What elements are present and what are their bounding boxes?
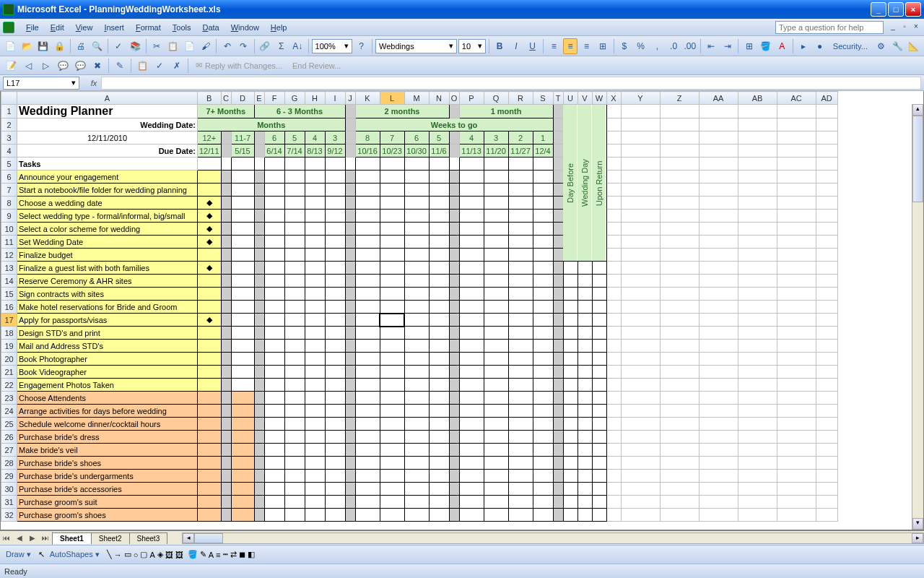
cell[interactable] (380, 327, 404, 340)
cell[interactable] (449, 301, 459, 314)
cell[interactable] (816, 249, 837, 262)
cell[interactable] (533, 496, 553, 509)
cell[interactable] (284, 301, 305, 314)
cell[interactable] (264, 262, 284, 275)
cell[interactable] (345, 431, 355, 444)
cell[interactable] (816, 236, 837, 249)
cell[interactable] (738, 418, 777, 431)
line-color-button[interactable]: ✎ (200, 550, 206, 559)
cell[interactable] (606, 158, 621, 171)
cell[interactable] (264, 314, 284, 327)
cell[interactable] (198, 327, 222, 340)
cell[interactable] (221, 366, 231, 379)
cell[interactable] (325, 470, 345, 483)
cell[interactable] (738, 171, 777, 184)
cell[interactable] (563, 496, 578, 509)
cell[interactable] (404, 249, 429, 262)
cell[interactable] (484, 210, 508, 223)
cell[interactable] (231, 405, 254, 418)
cell[interactable] (816, 301, 837, 314)
cell[interactable] (777, 314, 816, 327)
cell[interactable] (198, 353, 222, 366)
cell[interactable] (198, 457, 222, 470)
cell[interactable] (380, 301, 404, 314)
cell[interactable] (553, 418, 563, 431)
sheet-tab-1[interactable]: Sheet1 (52, 532, 92, 544)
cell[interactable] (305, 210, 325, 223)
cell[interactable] (459, 275, 484, 288)
cell[interactable] (578, 470, 592, 483)
cell[interactable] (738, 483, 777, 496)
cell[interactable] (355, 353, 380, 366)
cell[interactable]: 6 (404, 131, 429, 144)
cell[interactable] (533, 301, 553, 314)
cell[interactable] (429, 275, 449, 288)
cell[interactable] (621, 223, 660, 236)
cell[interactable] (221, 457, 231, 470)
cell[interactable] (621, 262, 660, 275)
cell[interactable] (606, 184, 621, 197)
cell[interactable]: Book Videographer (17, 366, 198, 379)
cell[interactable] (404, 301, 429, 314)
new-button[interactable]: 📄 (3, 38, 18, 54)
cell[interactable] (325, 392, 345, 405)
cell[interactable] (621, 131, 660, 144)
cell[interactable] (816, 496, 837, 509)
cell[interactable] (284, 262, 305, 275)
cell[interactable] (325, 509, 345, 522)
cell[interactable] (592, 288, 606, 301)
col-header-S[interactable]: S (533, 92, 553, 105)
cell[interactable] (816, 197, 837, 210)
row-header-2[interactable]: 2 (1, 118, 17, 131)
cell[interactable] (429, 392, 449, 405)
cell[interactable] (660, 301, 699, 314)
cell[interactable] (325, 457, 345, 470)
cell[interactable] (738, 262, 777, 275)
cell[interactable] (380, 353, 404, 366)
cell[interactable] (777, 223, 816, 236)
cell[interactable] (459, 379, 484, 392)
col-header-N[interactable]: N (429, 92, 449, 105)
cell[interactable] (606, 353, 621, 366)
cell[interactable] (563, 366, 578, 379)
row-header-1[interactable]: 1 (1, 105, 17, 118)
undo-button[interactable]: ↶ (219, 38, 235, 54)
cell[interactable] (449, 392, 459, 405)
cell[interactable] (254, 444, 264, 457)
cell[interactable] (578, 314, 592, 327)
col-header-J[interactable]: J (345, 92, 355, 105)
cell[interactable] (660, 366, 699, 379)
cell[interactable] (592, 301, 606, 314)
cell[interactable] (380, 249, 404, 262)
cell[interactable] (305, 171, 325, 184)
cell[interactable] (459, 340, 484, 353)
cell[interactable] (429, 379, 449, 392)
cell[interactable] (325, 262, 345, 275)
cell[interactable] (533, 366, 553, 379)
cell[interactable] (660, 496, 699, 509)
col-header-A[interactable]: A (17, 92, 198, 105)
cell[interactable]: 9/12 (325, 144, 345, 158)
cell[interactable] (380, 340, 404, 353)
cell[interactable]: 5 (284, 131, 305, 144)
cell[interactable] (345, 236, 355, 249)
cell[interactable] (305, 483, 325, 496)
cell[interactable] (355, 470, 380, 483)
cell[interactable] (621, 210, 660, 223)
cell[interactable] (699, 444, 738, 457)
cell[interactable]: 4 (305, 131, 325, 144)
cell[interactable] (404, 288, 429, 301)
cell[interactable] (606, 210, 621, 223)
doc-close-button[interactable]: × (911, 22, 921, 33)
cell[interactable] (553, 131, 563, 144)
currency-button[interactable]: $ (617, 38, 632, 54)
col-header-R[interactable]: R (508, 92, 533, 105)
cell[interactable] (221, 405, 231, 418)
cell[interactable] (699, 366, 738, 379)
cell[interactable] (355, 509, 380, 522)
reject-button[interactable]: ✗ (169, 58, 185, 74)
cell[interactable] (533, 327, 553, 340)
align-right-button[interactable]: ≡ (579, 38, 594, 54)
cell[interactable]: Finalize a guest list with both families (17, 262, 198, 275)
percent-button[interactable]: % (633, 38, 648, 54)
